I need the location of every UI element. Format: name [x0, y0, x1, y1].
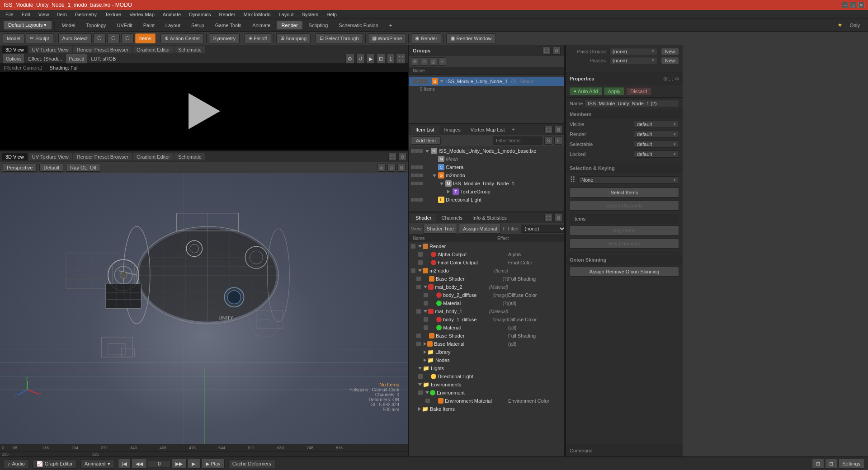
discard-btn[interactable]: Discard: [626, 87, 651, 95]
tree-item-texgroup[interactable]: T TextureGroup: [409, 188, 564, 196]
selectable-value[interactable]: default ▾: [634, 141, 679, 148]
shader-filter-select[interactable]: (none): [521, 225, 564, 233]
layout-tab-add[interactable]: +: [385, 21, 396, 29]
preview-paused-btn[interactable]: Paused: [66, 54, 87, 64]
preview-zoom-1-btn[interactable]: 1: [387, 54, 394, 64]
layout-tab-uvedit[interactable]: UVEdit: [113, 21, 137, 29]
shader-tab-shader[interactable]: Shader: [411, 214, 436, 222]
maximize-btn[interactable]: □: [850, 2, 856, 8]
vp-expand-btn[interactable]: ⛶: [388, 153, 396, 161]
pass-groups-new-btn[interactable]: New: [661, 48, 679, 55]
menu-vertex-map[interactable]: Vertex Map: [126, 11, 158, 18]
none-value[interactable]: None ▾: [578, 176, 679, 183]
layout-tab-topology[interactable]: Topology: [81, 21, 110, 29]
shader-item-alpha[interactable]: Alpha Output Alpha: [409, 250, 564, 258]
items-expand-btn[interactable]: ⛶: [544, 126, 552, 134]
vp-tab-gradient[interactable]: Gradient Editor: [133, 153, 174, 160]
shader-settings-icon[interactable]: ⚙: [554, 214, 562, 222]
shader-item-finalcolor[interactable]: Final Color Output Final Color: [409, 258, 564, 267]
menu-maxtomodo[interactable]: MaxToModo: [240, 11, 274, 18]
items-settings-icon[interactable]: ⚙: [554, 126, 562, 134]
preview-play-btn[interactable]: ▶: [367, 54, 375, 64]
shader-item-envs[interactable]: 📁 Environments: [409, 381, 564, 389]
preview-tab-uvtexture[interactable]: UV Texture View: [28, 46, 72, 53]
render-window-btn[interactable]: ▣ Render Window: [446, 33, 495, 43]
items-tab-vertexmap[interactable]: Vertex Map List: [466, 126, 509, 134]
layout-tab-animate[interactable]: Animate: [248, 21, 275, 29]
layout-tab-scripting[interactable]: Scripting: [304, 21, 333, 29]
shader-item-dirlight[interactable]: Directional Light: [409, 372, 564, 381]
tree-item-iss-child[interactable]: M ISS_Module_Unity_Node_1: [409, 179, 564, 188]
tree-item-camera[interactable]: C Camera: [409, 163, 564, 171]
items-tab-images[interactable]: Images: [440, 126, 465, 134]
model-btn[interactable]: Model: [3, 33, 24, 43]
close-btn[interactable]: ✕: [858, 2, 864, 8]
vp-tab-3dview[interactable]: 3D View: [2, 153, 28, 160]
groups-eye3-btn[interactable]: ◎: [429, 57, 437, 66]
shader-expand-btn[interactable]: ⛶: [544, 214, 552, 222]
menu-render[interactable]: Render: [215, 11, 239, 18]
assign-remove-onion-btn[interactable]: Assign Remove Onion Skinning: [570, 267, 679, 277]
shader-item-m2modo[interactable]: m2modo (Items): [409, 267, 564, 275]
menu-geometry[interactable]: Geometry: [71, 11, 100, 18]
key-items-btn[interactable]: Key Items: [570, 226, 679, 235]
layout-tab-layout[interactable]: Layout: [161, 21, 185, 29]
items-tab-add[interactable]: +: [510, 126, 516, 134]
frame-input[interactable]: [148, 460, 170, 467]
menu-dynamics[interactable]: Dynamics: [185, 11, 214, 18]
filter-f-btn[interactable]: F: [554, 136, 562, 145]
apply-btn[interactable]: Apply: [604, 87, 625, 95]
shield3-btn[interactable]: ⬡: [121, 33, 134, 43]
vp-tab-add[interactable]: +: [206, 153, 214, 160]
preview-options-btn[interactable]: Options: [3, 54, 24, 64]
tree-item-root[interactable]: M ISS_Module_Unity_Node_1_modo_base.lxo: [409, 147, 564, 155]
key-channels-btn[interactable]: Key Channels: [570, 239, 679, 249]
tree-item-mesh[interactable]: M Mesh: [409, 155, 564, 163]
audio-btn[interactable]: ♪ Audio: [4, 459, 29, 468]
preview-canvas[interactable]: [0, 72, 408, 150]
visible-value[interactable]: default ▾: [634, 121, 679, 128]
falloff-btn[interactable]: ◈ Falloff: [245, 33, 271, 43]
symmetry-btn[interactable]: Symmetry: [209, 33, 240, 43]
vp-gear-icon[interactable]: ⚙: [397, 164, 406, 172]
default-layouts-dropdown[interactable]: Default Layouts ▾: [4, 21, 52, 29]
groups-new-btn[interactable]: +: [438, 57, 446, 66]
add-item-btn[interactable]: Add Item: [411, 136, 441, 145]
viewport-3d-canvas[interactable]: UNITY X Y: [0, 173, 408, 444]
select-channels-btn[interactable]: Select Channels: [570, 201, 679, 211]
only-btn[interactable]: Only: [845, 21, 864, 29]
action-center-btn[interactable]: ⊕ Action Center: [160, 33, 204, 43]
settings-btn[interactable]: Settings: [838, 459, 864, 469]
render-value[interactable]: default ▾: [634, 131, 679, 138]
vp-tab-renderpreset[interactable]: Render Preset Browser: [73, 153, 132, 160]
vp-search-icon[interactable]: ⊙: [387, 164, 396, 172]
shader-item-matbody2[interactable]: mat_body_2 (Material): [409, 283, 564, 291]
groups-eye-btn[interactable]: 👁: [411, 57, 419, 66]
menu-layout[interactable]: Layout: [275, 11, 297, 18]
menu-item[interactable]: Item: [53, 11, 70, 18]
preview-zoom-fit-btn[interactable]: ⊞: [377, 54, 385, 64]
layout-tab-paint[interactable]: Paint: [139, 21, 159, 29]
vp-settings-icon[interactable]: ⚙: [398, 153, 406, 161]
layout-tab-gametools[interactable]: Game Tools: [211, 21, 246, 29]
vp-tab-uvtexture[interactable]: UV Texture View: [28, 153, 72, 160]
transport-start-btn[interactable]: |◀: [118, 459, 131, 469]
graph-editor-btn[interactable]: 📈 Graph Editor: [33, 459, 77, 469]
locked-value[interactable]: default ▾: [634, 150, 679, 158]
playback-settings1[interactable]: ⊞: [812, 459, 824, 469]
props-icon1[interactable]: ⊞: [663, 76, 667, 81]
props-expand-btn[interactable]: ⛶: [669, 76, 673, 81]
preview-refresh-btn[interactable]: ↺: [356, 54, 365, 64]
raygl-btn[interactable]: Ray GL: Off: [66, 164, 100, 172]
layout-tab-render[interactable]: Render: [277, 21, 302, 29]
preview-tab-schematic[interactable]: Schematic: [175, 46, 205, 53]
menu-animate[interactable]: Animate: [159, 11, 184, 18]
shader-item-b1diffuse[interactable]: body_1_diffuse (Image) Diffuse Color: [409, 315, 564, 324]
animated-btn[interactable]: Animated ▾: [80, 459, 114, 469]
snapping-btn[interactable]: ⊞ Snapping: [276, 33, 311, 43]
shader-item-mat2[interactable]: Material (?) (all): [409, 299, 564, 307]
shader-item-baseshader2[interactable]: Base Shader Full Shading: [409, 332, 564, 340]
auto-select-btn[interactable]: Auto Select: [58, 33, 92, 43]
render-btn[interactable]: ◉ Render: [411, 33, 441, 43]
shield1-btn[interactable]: ⬡: [93, 33, 106, 43]
